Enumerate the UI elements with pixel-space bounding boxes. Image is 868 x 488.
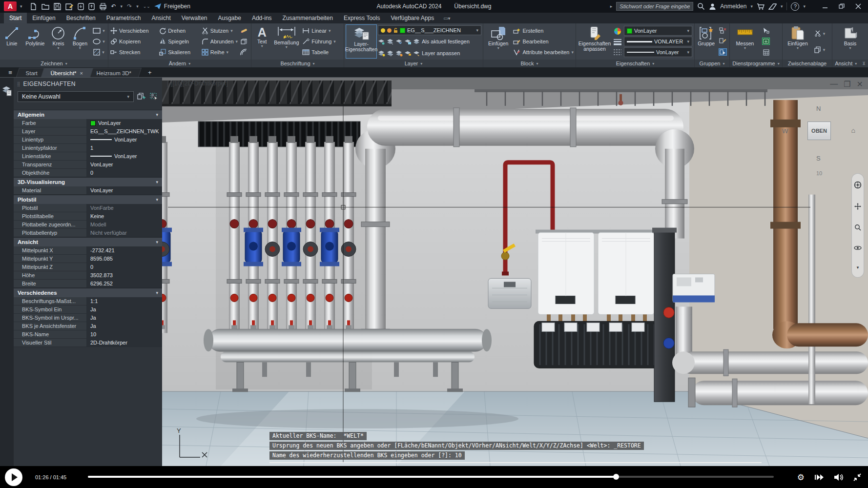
layer-tool-icon[interactable] <box>387 50 394 57</box>
group-select-toggle-icon[interactable] <box>719 48 727 56</box>
signin-label[interactable]: Anmelden <box>720 3 746 10</box>
section-header-allgemein[interactable]: Allgemein▾ <box>14 110 162 119</box>
redo-icon[interactable]: ↷ <box>127 3 132 10</box>
base-view-button[interactable]: Basis▾ <box>838 24 863 59</box>
circle-button[interactable]: Kreis▾ <box>48 24 68 59</box>
navigation-bar[interactable]: ▾ <box>851 173 864 278</box>
property-value[interactable]: Modell <box>87 221 162 228</box>
undo-caret-icon[interactable]: ▾ <box>121 4 123 9</box>
play-button[interactable] <box>5 468 22 486</box>
ribbon-tab-express-tools[interactable]: Express Tools <box>338 13 385 23</box>
panel-label-zeichnen[interactable]: Zeichnen▾ <box>0 60 108 67</box>
ribbon-tab-ansicht[interactable]: Ansicht <box>146 13 176 23</box>
object-color-dropdown[interactable]: VonLayer▾ <box>624 26 692 36</box>
edit-attributes-button[interactable]: Attribute bearbeiten▾ <box>513 47 574 58</box>
property-value[interactable]: Ja <box>87 322 162 330</box>
help-caret-icon[interactable]: ▾ <box>803 4 806 9</box>
properties-palette-tab-icon[interactable] <box>2 85 12 96</box>
scale-button[interactable]: Skalieren <box>159 47 190 58</box>
nav-wheel-icon[interactable] <box>854 181 862 189</box>
ungroup-icon[interactable] <box>719 27 726 34</box>
app-menu-caret-icon[interactable]: ▾ <box>20 4 22 9</box>
layer-tool-icon[interactable] <box>413 50 420 57</box>
property-value[interactable]: VonLayer <box>87 186 162 194</box>
autodesk-logo-icon[interactable] <box>768 3 777 10</box>
property-value[interactable]: VonLayer <box>87 136 162 143</box>
erase-button[interactable] <box>240 27 248 34</box>
collapse-icon[interactable]: ▾ <box>156 290 158 295</box>
panel-label-beschriftung[interactable]: Beschriftung▾ <box>251 60 344 67</box>
save-as-icon[interactable] <box>65 3 73 10</box>
plot-icon[interactable] <box>99 3 107 10</box>
cut-icon[interactable]: ▾ <box>814 28 826 39</box>
ribbon-tab-parametrisch[interactable]: Parametrisch <box>101 13 146 23</box>
ribbon-tab-einfügen[interactable]: Einfügen <box>27 13 61 23</box>
viewcube-home-icon[interactable]: ⌂ <box>851 126 855 134</box>
property-value[interactable]: 0 <box>87 169 162 177</box>
redo-caret-icon[interactable]: ▾ <box>136 4 139 9</box>
search-input[interactable] <box>616 2 693 11</box>
restore-button[interactable] <box>839 3 845 9</box>
vp-minimize-icon[interactable]: — <box>830 80 838 89</box>
property-value[interactable]: Ja <box>87 305 162 313</box>
layer-tool-icon[interactable] <box>387 39 394 45</box>
viewcube[interactable]: N W OBEN ⌂ S 10 <box>789 97 852 180</box>
property-value[interactable]: VonLayer <box>87 152 162 160</box>
signin-caret-icon[interactable]: ▾ <box>750 4 753 9</box>
search-icon[interactable] <box>697 2 705 10</box>
property-value[interactable]: 0 <box>87 263 162 271</box>
linetype-dropdown[interactable]: VonLayer▾ <box>624 47 692 57</box>
layer-tool-icon[interactable] <box>378 39 385 45</box>
panel-label-eigenschaften[interactable]: Eigenschaften▾ <box>576 60 694 67</box>
leader-button[interactable]: Führung▾ <box>302 36 336 47</box>
vp-restore-icon[interactable]: ❐ <box>844 80 850 89</box>
property-value[interactable]: -2732.421 <box>87 246 162 254</box>
viewcube-top-face[interactable]: OBEN <box>807 122 831 140</box>
vp-close-icon[interactable]: ✕ <box>857 80 863 89</box>
panel-label-dienstprogramme[interactable]: Dienstprogramme▾ <box>730 60 782 67</box>
selection-dropdown[interactable]: Keine Auswahl▾ <box>18 91 134 102</box>
save-web-mobile-icon[interactable] <box>88 3 95 10</box>
property-value[interactable]: 2D-Drahtkörper <box>87 339 162 346</box>
file-tab-heizraum-3d[interactable]: Heizraum 3D* <box>87 68 142 77</box>
property-value[interactable]: EG__S___ZEICHNEN_TWK <box>87 127 162 135</box>
layer-tool-icon[interactable] <box>395 50 403 57</box>
ribbon-tab-ausgabe[interactable]: Ausgabe <box>213 13 247 23</box>
layer-tool-icon[interactable] <box>404 50 412 57</box>
nav-more-icon[interactable]: ▾ <box>857 265 859 270</box>
drawing-viewport[interactable]: [-][10][2D-Drahtkörper] — ❐ ✕ N W OBEN ⌂… <box>162 78 868 466</box>
progress-handle[interactable] <box>613 474 619 480</box>
search-expand-arrow[interactable]: ▸ <box>610 4 613 9</box>
viewcube-north[interactable]: N <box>816 105 821 112</box>
color-wheel-icon[interactable] <box>614 27 621 35</box>
collapse-icon[interactable]: ▾ <box>156 240 158 244</box>
ribbon-tab-beschriften[interactable]: Beschriften <box>61 13 101 23</box>
quick-select-icon[interactable] <box>148 91 159 102</box>
close-button[interactable] <box>855 3 861 9</box>
mirror-button[interactable]: Spiegeln <box>159 36 189 47</box>
autocad-app-menu-icon[interactable]: A <box>4 1 17 11</box>
playback-speed-icon[interactable] <box>814 474 824 481</box>
rotate-button[interactable]: Drehen <box>159 25 186 36</box>
arc-button[interactable]: Bogen▾ <box>70 24 90 59</box>
measure-button[interactable]: Messen▾ <box>731 24 759 59</box>
edit-block-button[interactable]: Bearbeiten <box>513 36 548 47</box>
match-properties-button[interactable]: Eigenschaften anpassen <box>578 24 612 59</box>
qat-customize-icon[interactable]: ⌄⌄ <box>143 4 150 9</box>
line-button[interactable]: Linie <box>1 24 22 59</box>
property-value[interactable]: VonLayer <box>87 161 162 168</box>
stretch-button[interactable]: Strecken <box>110 47 140 58</box>
property-value[interactable]: 6296.252 <box>87 280 162 287</box>
dimension-button[interactable]: Bemaßung▾ <box>272 24 301 59</box>
hatch-tool-icon[interactable]: ▾ <box>93 47 104 58</box>
layer-tool-icon[interactable] <box>395 39 403 45</box>
property-value[interactable]: 1 <box>87 144 162 152</box>
fillet-button[interactable]: Abrunden▾ <box>202 36 238 47</box>
minimize-button[interactable] <box>822 3 828 9</box>
share-button[interactable]: Freigeben <box>154 3 190 10</box>
viewcube-south[interactable]: S <box>816 155 821 162</box>
palette-title[interactable]: ⣿ EIGENSCHAFTEN <box>14 78 162 90</box>
group-edit-icon[interactable] <box>719 38 726 44</box>
group-button[interactable]: Gruppe <box>696 24 716 59</box>
file-tab-close-icon[interactable]: × <box>80 70 83 76</box>
